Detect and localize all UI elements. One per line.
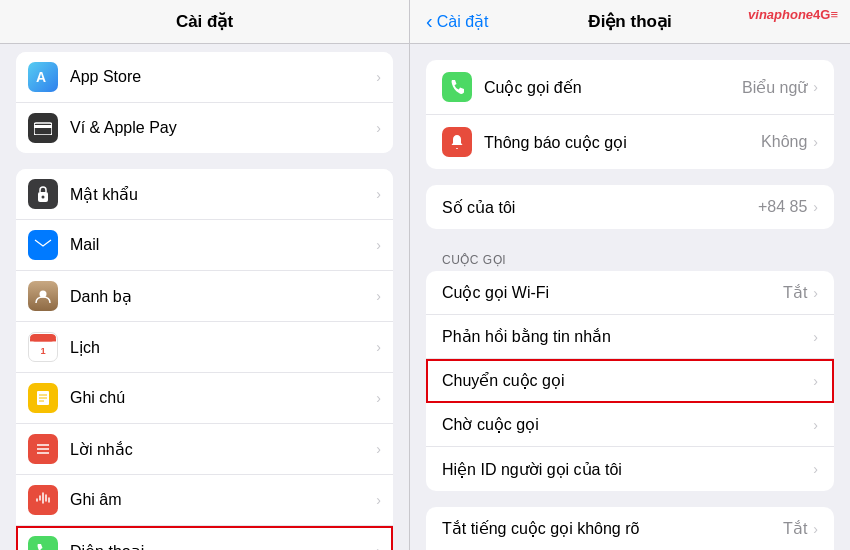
password-icon (28, 179, 58, 209)
right-group-number: Số của tôi +84 85 › (426, 185, 834, 229)
mail-icon (28, 230, 58, 260)
password-label: Mật khẩu (70, 185, 372, 204)
notes-icon (28, 383, 58, 413)
wifi-call-label: Cuộc gọi Wi-Fi (442, 283, 783, 302)
wifi-call-chevron: › (813, 285, 818, 301)
svg-rect-9 (30, 339, 56, 342)
sidebar-item-password[interactable]: Mật khẩu › (16, 169, 393, 220)
call-notify-chevron: › (813, 134, 818, 150)
phone-icon (28, 536, 58, 550)
brand-icon: ≡ (830, 7, 838, 22)
my-number-label: Số của tôi (442, 198, 758, 217)
settings-group-1: A App Store › Ví & Apple Pay › (16, 52, 393, 153)
right-item-caller-id[interactable]: Hiện ID người gọi của tôi › (426, 447, 834, 491)
wallet-chevron: › (376, 120, 381, 136)
call-wait-label: Chờ cuộc gọi (442, 415, 813, 434)
svg-rect-1 (34, 123, 52, 135)
back-chevron-icon: ‹ (426, 10, 433, 33)
cuoc-goi-section-header: CUỘC GỌI (410, 245, 850, 271)
caller-id-label: Hiện ID người gọi của tôi (442, 460, 813, 479)
silence-chevron: › (813, 521, 818, 537)
left-panel: Cài đặt A App Store › Ví & Apple Pay › (0, 0, 410, 550)
left-title: Cài đặt (176, 11, 233, 32)
settings-group-2: Mật khẩu › Mail › Danh bạ › (16, 169, 393, 550)
svg-point-4 (42, 196, 45, 199)
right-item-silence[interactable]: Tắt tiếng cuộc gọi không rõ Tắt › (426, 507, 834, 550)
contacts-label: Danh bạ (70, 287, 372, 306)
incoming-call-value: Biểu ngữ (742, 78, 807, 97)
incoming-call-label: Cuộc gọi đến (484, 78, 742, 97)
contacts-icon (28, 281, 58, 311)
right-item-call-wait[interactable]: Chờ cuộc gọi › (426, 403, 834, 447)
wallet-icon (28, 113, 58, 143)
calendar-icon: 1 (28, 332, 58, 362)
call-forward-label: Chuyển cuộc gọi (442, 371, 813, 390)
back-label: Cài đặt (437, 12, 489, 31)
right-item-wifi-call[interactable]: Cuộc gọi Wi-Fi Tắt › (426, 271, 834, 315)
caller-id-chevron: › (813, 461, 818, 477)
call-notify-label: Thông báo cuộc gọi (484, 133, 761, 152)
sidebar-item-notes[interactable]: Ghi chú › (16, 373, 393, 424)
right-item-my-number[interactable]: Số của tôi +84 85 › (426, 185, 834, 229)
right-item-reply-msg[interactable]: Phản hồi bằng tin nhắn › (426, 315, 834, 359)
right-group-more: Tắt tiếng cuộc gọi không rõ Tắt › Liên h… (426, 507, 834, 550)
vinaphone-text: vinaphone (748, 7, 813, 22)
right-group-calls: Cuộc gọi đến Biểu ngữ › Thông báo cuộc g… (426, 60, 834, 169)
right-header: ‹ Cài đặt Điện thoại vinaphone4G≡ (410, 0, 850, 44)
right-panel: ‹ Cài đặt Điện thoại vinaphone4G≡ Cuộc g… (410, 0, 850, 550)
phone-label: Điện thoại (70, 542, 372, 551)
call-notify-value: Không (761, 133, 807, 151)
reply-msg-chevron: › (813, 329, 818, 345)
voice-label: Ghi âm (70, 491, 372, 509)
left-header: Cài đặt (0, 0, 409, 44)
appstore-label: App Store (70, 68, 372, 86)
sidebar-item-voice[interactable]: Ghi âm › (16, 475, 393, 526)
reply-msg-label: Phản hồi bằng tin nhắn (442, 327, 813, 346)
sidebar-item-contacts[interactable]: Danh bạ › (16, 271, 393, 322)
calendar-label: Lịch (70, 338, 372, 357)
svg-text:A: A (36, 69, 46, 85)
my-number-value: +84 85 (758, 198, 807, 216)
right-group-cuoc-goi: Cuộc gọi Wi-Fi Tắt › Phản hồi bằng tin n… (426, 271, 834, 491)
sidebar-item-phone[interactable]: Điện thoại › (16, 526, 393, 550)
appstore-chevron: › (376, 69, 381, 85)
sidebar-item-mail[interactable]: Mail › (16, 220, 393, 271)
right-item-incoming-call[interactable]: Cuộc gọi đến Biểu ngữ › (426, 60, 834, 115)
right-item-call-notify[interactable]: Thông báo cuộc gọi Không › (426, 115, 834, 169)
svg-rect-5 (34, 238, 52, 252)
mail-label: Mail (70, 236, 372, 254)
incoming-call-icon (442, 72, 472, 102)
vinaphone-brand: vinaphone4G≡ (748, 6, 838, 22)
right-content: Cuộc gọi đến Biểu ngữ › Thông báo cuộc g… (410, 44, 850, 550)
call-forward-chevron: › (813, 373, 818, 389)
sidebar-item-appstore[interactable]: A App Store › (16, 52, 393, 103)
my-number-chevron: › (813, 199, 818, 215)
right-item-call-forward[interactable]: Chuyển cuộc gọi › (426, 359, 834, 403)
right-title: Điện thoại (588, 11, 671, 32)
reminders-icon (28, 434, 58, 464)
silence-value: Tắt (783, 519, 807, 538)
left-content: A App Store › Ví & Apple Pay › Mật khẩu (0, 44, 409, 550)
appstore-icon: A (28, 62, 58, 92)
call-notify-icon (442, 127, 472, 157)
incoming-call-chevron: › (813, 79, 818, 95)
wifi-call-value: Tắt (783, 283, 807, 302)
svg-rect-2 (34, 125, 52, 128)
sidebar-item-wallet[interactable]: Ví & Apple Pay › (16, 103, 393, 153)
call-wait-chevron: › (813, 417, 818, 433)
sidebar-item-reminders[interactable]: Lời nhắc › (16, 424, 393, 475)
svg-text:1: 1 (40, 346, 45, 356)
wallet-label: Ví & Apple Pay (70, 119, 372, 137)
4g-text: 4G (813, 7, 830, 22)
reminders-label: Lời nhắc (70, 440, 372, 459)
notes-label: Ghi chú (70, 389, 372, 407)
back-button[interactable]: ‹ Cài đặt (426, 10, 488, 33)
sidebar-item-calendar[interactable]: 1 Lịch › (16, 322, 393, 373)
voice-memo-icon (28, 485, 58, 515)
silence-label: Tắt tiếng cuộc gọi không rõ (442, 519, 783, 538)
